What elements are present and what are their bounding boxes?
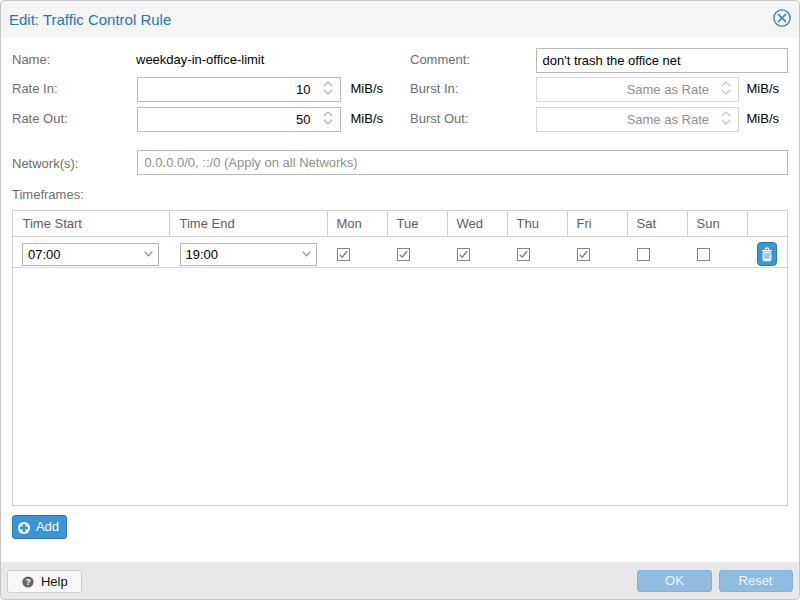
svg-text:?: ? (25, 577, 30, 587)
